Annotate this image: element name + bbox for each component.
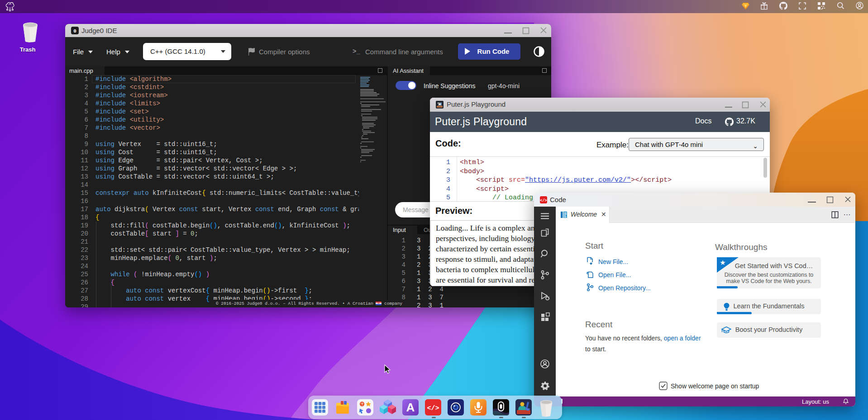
svg-text:A: A	[406, 401, 415, 414]
svg-text:</>: </>	[427, 405, 439, 412]
svg-text:0: 0	[73, 28, 76, 34]
svg-text:</>: </>	[540, 198, 547, 203]
